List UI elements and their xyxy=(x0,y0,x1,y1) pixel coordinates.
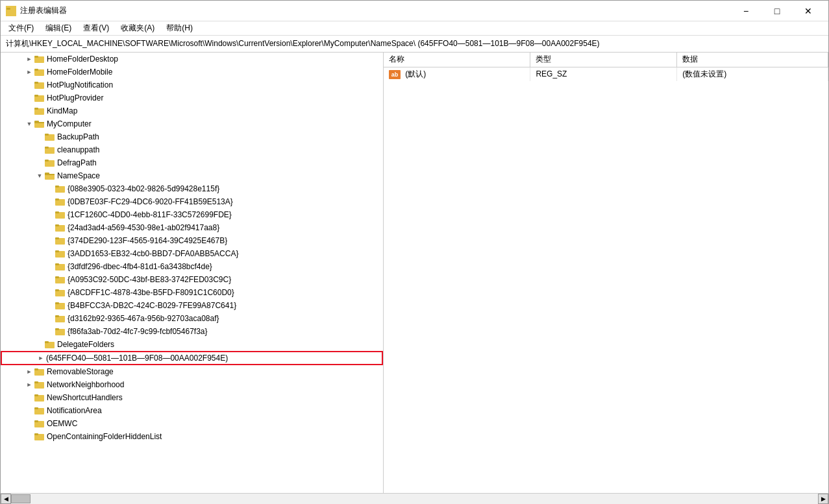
tree-item-ns1[interactable]: ► {088e3905-0323-4b02-9826-5d99428e115f} xyxy=(1,182,383,195)
ab-icon: ab xyxy=(389,70,401,79)
scroll-thumb[interactable] xyxy=(11,494,31,503)
svg-rect-1 xyxy=(6,8,10,10)
menu-file[interactable]: 文件(F) xyxy=(3,21,39,35)
tree-label-namespace: NameSpace xyxy=(57,171,383,180)
tree-item-namespace[interactable]: ▼ NameSpace xyxy=(1,169,383,182)
folder-icon xyxy=(45,158,55,167)
expand-icon[interactable]: ► xyxy=(36,353,46,363)
tree-item-open-containing[interactable]: ► OpenContainingFolderHiddenList xyxy=(1,430,383,443)
tree-item-ns7[interactable]: ► {3dfdf296-dbec-4fb4-81d1-6a3438bcf4de} xyxy=(1,260,383,273)
tree-item-delegatefolders[interactable]: ► DelegateFolders xyxy=(1,338,383,351)
tree-item-ns6[interactable]: ► {3ADD1653-EB32-4cb0-BBD7-DFA0ABB5ACCA} xyxy=(1,247,383,260)
data-table: 名称 类型 数据 ab (默认) REG_SZ (数值未设置) xyxy=(384,53,828,81)
expand-icon[interactable]: ► xyxy=(24,54,34,64)
minimize-button[interactable]: − xyxy=(731,1,761,21)
svg-rect-27 xyxy=(55,198,59,200)
tree-item-ns12[interactable]: ► {f86fa3ab-70d2-4fc7-9c99-fcbf05467f3a} xyxy=(1,325,383,338)
svg-rect-49 xyxy=(45,341,49,343)
scroll-right-button[interactable]: ▶ xyxy=(818,494,828,504)
expand-icon[interactable]: ► xyxy=(24,67,34,77)
folder-icon xyxy=(34,67,45,77)
folder-icon xyxy=(55,249,66,258)
folder-icon xyxy=(45,145,55,154)
cell-name-text: (默认) xyxy=(405,69,426,78)
svg-rect-53 xyxy=(34,381,38,383)
tree-label-ns3: {1CF1260C-4DD0-4ebb-811F-33C572699FDE} xyxy=(68,210,383,219)
tree-item-kindmap[interactable]: ► KindMap xyxy=(1,104,383,117)
tree-item-removable-storage[interactable]: ► RemovableStorage xyxy=(1,365,383,378)
tree-label-cleanuppath: cleanuppath xyxy=(57,145,383,154)
table-row[interactable]: ab (默认) REG_SZ (数值未设置) xyxy=(384,67,828,81)
tree-item-defragpath[interactable]: ► DefragPath xyxy=(1,156,383,169)
tree-label-mycomputer: MyComputer xyxy=(47,119,383,128)
col-type[interactable]: 类型 xyxy=(530,53,677,67)
tree-item-ns10[interactable]: ► {B4BFCC3A-DB2C-424C-B029-7FE99A87C641} xyxy=(1,299,383,312)
svg-rect-41 xyxy=(55,289,59,291)
svg-rect-43 xyxy=(55,302,59,304)
maximize-button[interactable]: □ xyxy=(762,1,792,21)
tree-item-backuppath[interactable]: ► BackupPath xyxy=(1,130,383,143)
path-text: 计算机\HKEY_LOCAL_MACHINE\SOFTWARE\Microsof… xyxy=(6,38,600,49)
menu-favorites[interactable]: 收藏夹(A) xyxy=(116,21,160,35)
tree-item-network-neighborhood[interactable]: ► NetworkNeighborhood xyxy=(1,378,383,391)
expand-icon[interactable]: ► xyxy=(24,366,34,377)
tree-item-ns2[interactable]: ► {0DB7E03F-FC29-4DC6-9020-FF41B59E513A} xyxy=(1,195,383,208)
tree-item-ns5[interactable]: ► {374DE290-123F-4565-9164-39C4925E467B} xyxy=(1,234,383,247)
folder-icon xyxy=(34,54,45,64)
tree-label-network-neighborhood: NetworkNeighborhood xyxy=(47,380,383,389)
app-icon xyxy=(6,6,16,16)
close-button[interactable]: ✕ xyxy=(793,1,823,21)
tree-item-notification-area[interactable]: ► NotificationArea xyxy=(1,404,383,417)
tree-label-newshortcut-handlers: NewShortcutHandlers xyxy=(47,393,383,402)
menu-help[interactable]: 帮助(H) xyxy=(161,21,198,35)
col-data[interactable]: 数据 xyxy=(677,53,828,67)
svg-rect-14 xyxy=(34,122,44,123)
tree-label-ns2: {0DB7E03F-FC29-4DC6-9020-FF41B59E513A} xyxy=(68,197,383,206)
folder-icon xyxy=(34,93,45,102)
tree-item-cleanuppath[interactable]: ► cleanuppath xyxy=(1,143,383,156)
tree-item-oemwc[interactable]: ► OEMWC xyxy=(1,417,383,430)
tree-label-homefolder-mobile: HomeFolderMobile xyxy=(47,67,383,77)
tree-label-kindmap: KindMap xyxy=(47,106,383,115)
svg-rect-20 xyxy=(45,160,49,162)
tree-item-homefolder-mobile[interactable]: ► HomeFolderMobile xyxy=(1,66,383,78)
horizontal-scrollbar[interactable]: ◀ ▶ xyxy=(1,493,828,503)
svg-rect-29 xyxy=(55,211,59,213)
menu-view[interactable]: 查看(V) xyxy=(78,21,114,35)
tree-label-ns5: {374DE290-123F-4565-9164-39C4925E467B} xyxy=(68,236,383,245)
svg-rect-59 xyxy=(34,420,38,422)
tree-label-oemwc: OEMWC xyxy=(47,419,383,428)
tree-item-mycomputer[interactable]: ▼ MyComputer xyxy=(1,117,383,130)
tree-item-newshortcut-handlers[interactable]: ► NewShortcutHandlers xyxy=(1,391,383,404)
svg-rect-57 xyxy=(34,407,38,409)
folder-icon xyxy=(55,210,66,219)
tree-item-homefolder-desktop[interactable]: ► HomeFolderDesktop xyxy=(1,53,383,66)
tree-item-ns4[interactable]: ► {24ad3ad4-a569-4530-98e1-ab02f9417aa8} xyxy=(1,221,383,234)
tree-item-ns9[interactable]: ► {A8CDFF1C-4878-43be-B5FD-F8091C1C60D0} xyxy=(1,286,383,299)
scroll-left-button[interactable]: ◀ xyxy=(1,494,11,504)
tree-item-hotplug-notification[interactable]: ► HotPlugNotification xyxy=(1,78,383,91)
tree-label-notification-area: NotificationArea xyxy=(47,406,383,415)
folder-icon xyxy=(55,327,66,336)
tree-item-ns11[interactable]: ► {d3162b92-9365-467a-956b-92703aca08af} xyxy=(1,312,383,325)
tree-label-ns10: {B4BFCC3A-DB2C-424C-B029-7FE99A87C641} xyxy=(68,301,383,310)
tree-panel[interactable]: ► HomeFolderDesktop ► HomeFolderMobile ► xyxy=(1,53,384,493)
folder-icon xyxy=(34,393,45,402)
tree-item-selected-645[interactable]: ► (645FFO40—5081—101B—9F08—00AA002F954E) xyxy=(1,351,383,365)
expand-icon[interactable]: ▼ xyxy=(34,171,45,181)
folder-icon xyxy=(45,340,55,349)
svg-rect-3 xyxy=(34,56,38,58)
menu-edit[interactable]: 编辑(E) xyxy=(40,21,77,35)
tree-label-ns12: {f86fa3ab-70d2-4fc7-9c99-fcbf05467f3a} xyxy=(68,327,383,336)
folder-icon xyxy=(55,236,66,245)
svg-rect-18 xyxy=(45,147,49,149)
col-name[interactable]: 名称 xyxy=(384,53,530,67)
scroll-track[interactable] xyxy=(11,494,818,504)
tree-label-ns4: {24ad3ad4-a569-4530-98e1-ab02f9417aa8} xyxy=(68,223,383,232)
tree-item-hotplug-provider[interactable]: ► HotPlugProvider xyxy=(1,91,383,104)
tree-label-backuppath: BackupPath xyxy=(57,132,383,141)
tree-item-ns3[interactable]: ► {1CF1260C-4DD0-4ebb-811F-33C572699FDE} xyxy=(1,208,383,221)
expand-icon[interactable]: ▼ xyxy=(24,119,34,129)
tree-item-ns8[interactable]: ► {A0953C92-50DC-43bf-BE83-3742FED03C9C} xyxy=(1,273,383,286)
expand-icon[interactable]: ► xyxy=(24,379,34,390)
